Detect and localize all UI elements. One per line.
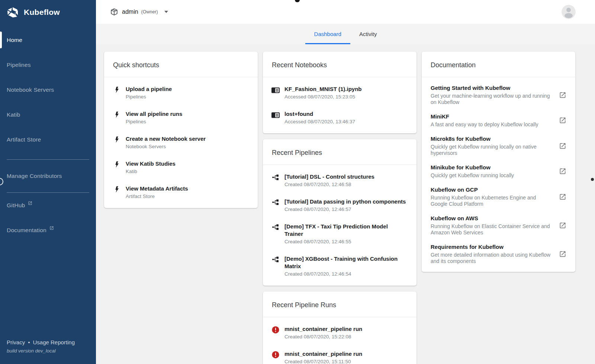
pipeline-icon	[271, 173, 280, 181]
sidebar-item-label: Notebook Servers	[7, 87, 54, 93]
error-status-icon	[271, 325, 280, 334]
open-in-new-icon	[559, 168, 566, 175]
shortcut-upload-pipeline[interactable]: Upload a pipeline Pipelines	[104, 81, 258, 105]
sidebar-divider	[7, 159, 89, 160]
notebook-icon	[271, 110, 280, 120]
kubeflow-logo[interactable]: Kubeflow	[0, 0, 96, 25]
sidebar-item-documentation[interactable]: Documentation	[0, 218, 96, 243]
card-title: Recent Pipeline Runs	[263, 292, 416, 317]
sidebar: Kubeflow Home Pipelines Notebook Servers…	[0, 0, 96, 364]
card-title: Recent Notebooks	[263, 52, 416, 77]
namespace-name: admin	[122, 9, 138, 15]
main-area: admin (Owner) Dashboard Activity Quick s…	[96, 0, 595, 364]
bolt-icon	[112, 160, 121, 169]
open-in-new-icon	[559, 117, 566, 124]
sidebar-item-label: Katib	[7, 111, 20, 118]
doc-link-getting-started[interactable]: Getting Started with Kubeflow Get your m…	[422, 81, 575, 109]
shortcut-view-metadata-artifacts[interactable]: View Metadata Artifacts Artifact Store	[104, 180, 258, 205]
open-in-new-icon	[559, 142, 566, 150]
sidebar-item-label: GitHub	[7, 202, 25, 209]
sidebar-footer: Privacy • Usage Reporting build version …	[7, 339, 75, 354]
usage-reporting-link[interactable]: Usage Reporting	[33, 339, 75, 345]
sidebar-item-katib[interactable]: Katib	[0, 102, 96, 127]
namespace-selector[interactable]: admin (Owner)	[110, 8, 168, 16]
notebook-icon	[271, 85, 280, 95]
card-title: Quick shortcuts	[104, 52, 258, 77]
sidebar-item-label: Manage Contributors	[7, 173, 62, 179]
quick-shortcuts-card: Quick shortcuts Upload a pipeline Pipeli…	[104, 52, 258, 208]
bolt-icon	[112, 185, 121, 194]
kubeflow-dashboard: Kubeflow Home Pipelines Notebook Servers…	[0, 0, 595, 364]
dashboard-content: Quick shortcuts Upload a pipeline Pipeli…	[96, 44, 595, 364]
pipeline-row[interactable]: [Tutorial] Data passing in python compon…	[263, 193, 416, 218]
pipeline-run-row[interactable]: mnist_container_pipeline run Created 08/…	[263, 321, 416, 345]
sidebar-item-label: Documentation	[7, 227, 46, 234]
notebook-row[interactable]: lost+found Accessed 08/07/2020, 13:46:37	[263, 105, 416, 130]
doc-link-aws[interactable]: Kubeflow on AWS Running Kubeflow on Elas…	[422, 211, 575, 240]
topbar: admin (Owner)	[96, 0, 595, 24]
pipeline-row[interactable]: [Demo] TFX - Taxi Tip Prediction Model T…	[263, 218, 416, 250]
build-version: build version dev_local	[7, 348, 75, 354]
kubeflow-logo-icon	[6, 6, 19, 19]
doc-link-minikube[interactable]: Minikube for Kubeflow Quickly get Kubefl…	[422, 160, 575, 182]
sidebar-item-label: Artifact Store	[7, 136, 41, 143]
open-in-new-icon	[559, 193, 566, 201]
open-in-new-icon	[559, 222, 566, 229]
card-title: Recent Pipelines	[263, 139, 416, 165]
sidebar-item-manage-contributors[interactable]: Manage Contributors	[0, 163, 96, 188]
sidebar-item-label: Pipelines	[7, 62, 31, 68]
kubeflow-logo-text: Kubeflow	[24, 8, 60, 17]
chevron-down-icon	[164, 11, 168, 13]
pipeline-run-row[interactable]: mnist_container_pipeline run Created 08/…	[263, 345, 416, 364]
shortcut-view-katib-studies[interactable]: View Katib Studies Katib	[104, 155, 258, 180]
avatar[interactable]	[562, 5, 576, 19]
package-icon	[110, 8, 118, 16]
column-middle: Recent Notebooks KF_Fashion_MNIST (1).ip…	[263, 52, 416, 364]
bolt-icon	[112, 110, 121, 119]
external-link-icon	[49, 226, 54, 230]
privacy-link[interactable]: Privacy	[7, 339, 25, 345]
pipeline-icon	[271, 223, 280, 231]
recent-notebooks-card: Recent Notebooks KF_Fashion_MNIST (1).ip…	[263, 52, 416, 133]
doc-link-gcp[interactable]: Kubeflow on GCP Running Kubeflow on Kube…	[422, 182, 575, 211]
pipeline-icon	[271, 255, 280, 263]
pipeline-row[interactable]: [Demo] XGBoost - Training with Confusion…	[263, 250, 416, 283]
external-link-icon	[28, 201, 32, 205]
recent-pipelines-card: Recent Pipelines [Tutorial] DSL - Contro…	[263, 139, 416, 286]
footer-separator: •	[28, 339, 30, 345]
sidebar-item-pipelines[interactable]: Pipelines	[0, 52, 96, 77]
notebook-row[interactable]: KF_Fashion_MNIST (1).ipynb Accessed 08/0…	[263, 81, 416, 105]
tab-activity[interactable]: Activity	[350, 24, 386, 44]
doc-link-requirements[interactable]: Requirements for Kubeflow Get more detai…	[422, 240, 575, 268]
doc-link-microk8s[interactable]: Microk8s for Kubeflow Quickly get Kubefl…	[422, 131, 575, 160]
pipeline-row[interactable]: [Tutorial] DSL - Control structures Crea…	[263, 168, 416, 193]
open-in-new-icon	[559, 91, 566, 99]
namespace-role: (Owner)	[141, 9, 158, 14]
sidebar-item-notebook-servers[interactable]: Notebook Servers	[0, 77, 96, 102]
sidebar-item-github[interactable]: GitHub	[0, 193, 96, 218]
sidebar-item-home[interactable]: Home	[0, 27, 96, 52]
shortcut-view-pipeline-runs[interactable]: View all pipeline runs Pipelines	[104, 105, 258, 130]
doc-link-minikf[interactable]: MiniKF A fast and easy way to deploy Kub…	[422, 109, 575, 131]
person-icon	[562, 5, 576, 19]
shortcut-create-notebook-server[interactable]: Create a new Notebook server Notebook Se…	[104, 130, 258, 155]
sidebar-item-artifact-store[interactable]: Artifact Store	[0, 127, 96, 152]
scroll-indicator-dot[interactable]	[591, 178, 594, 181]
bolt-icon	[112, 135, 121, 144]
column-left: Quick shortcuts Upload a pipeline Pipeli…	[104, 52, 258, 208]
sidebar-nav: Home Pipelines Notebook Servers Katib Ar…	[0, 25, 96, 243]
recent-pipeline-runs-card: Recent Pipeline Runs mnist_container_pip…	[263, 292, 416, 364]
card-title: Documentation	[422, 52, 575, 77]
sidebar-item-label: Home	[7, 37, 22, 43]
pipeline-icon	[271, 198, 280, 206]
open-in-new-icon	[559, 250, 566, 258]
error-status-icon	[271, 350, 280, 359]
documentation-card: Documentation Getting Started with Kubef…	[422, 52, 575, 272]
tab-bar: Dashboard Activity	[96, 24, 595, 44]
bolt-icon	[112, 85, 121, 94]
column-right: Documentation Getting Started with Kubef…	[422, 52, 575, 272]
tab-dashboard[interactable]: Dashboard	[305, 24, 350, 44]
